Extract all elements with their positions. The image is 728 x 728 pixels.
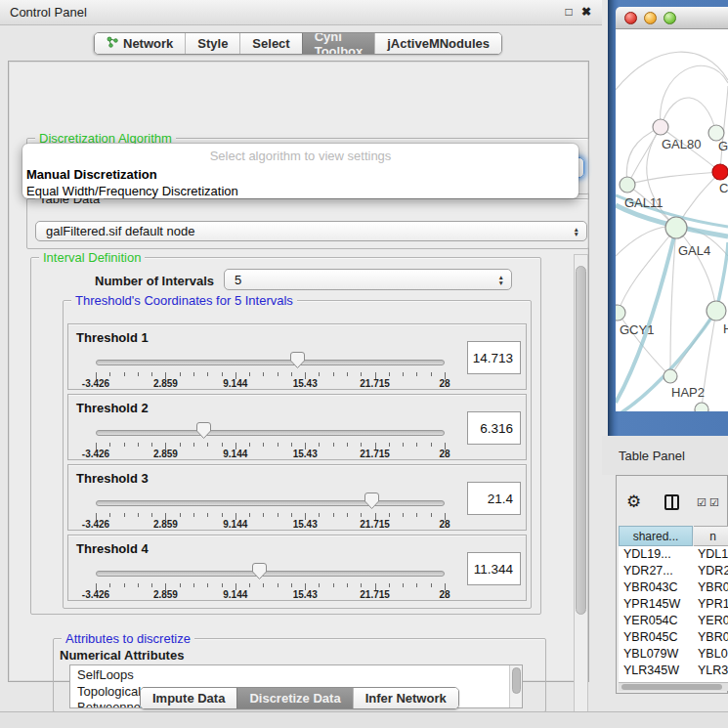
checkbox-icon[interactable]: ☑ [709,496,719,509]
tick-mark [361,443,362,447]
tab-discretize-data[interactable]: Discretize Data [236,688,352,708]
zoom-traffic-light-icon[interactable] [664,12,676,24]
table-row[interactable]: YBR045CYBR0 [619,629,728,646]
slider-thumb-icon[interactable] [196,422,211,443]
slider-track [96,571,445,577]
node-label: H [723,321,728,336]
network-node-gal11[interactable] [620,177,635,193]
close-icon[interactable]: ✖ [578,5,594,19]
tab-jactivemnodules[interactable]: jActiveMNodules [374,33,501,54]
threshold-slider[interactable] [96,563,445,582]
slider-thumb-icon[interactable] [364,492,379,513]
slider-thumb-icon[interactable] [252,563,267,583]
table-row[interactable]: YBR043CYBR0 [619,579,728,596]
dropdown-option-manual-discretization[interactable]: Manual Discretization [26,167,575,184]
cell-shared-name: YBR043C [623,579,678,596]
number-of-intervals-combo[interactable]: 5 ▲▼ [224,269,512,290]
tick-mark [319,513,320,517]
tab-select[interactable]: Select [239,33,301,54]
network-node-h[interactable] [707,301,726,321]
tab-cyni-toolbox[interactable]: Cyni Toolbox [302,33,375,54]
threshold-slider[interactable] [96,352,445,371]
tick-label: -3.426 [82,449,109,459]
tick-mark [263,513,264,517]
threshold-slider[interactable] [96,492,445,512]
tick-mark [124,443,125,447]
tick-mark [389,583,390,587]
network-icon [107,36,118,51]
bottom-status-strip [0,711,728,728]
tick-mark [249,443,250,447]
tick-mark [416,372,417,376]
network-canvas[interactable]: GAL80GCGAL11GAL4GCY1HHAP2 [616,29,728,411]
tick-label: 15.43 [293,589,318,600]
float-window-icon[interactable]: □ [561,5,577,19]
tab-infer-network[interactable]: Infer Network [353,688,458,708]
column-header-shared-name[interactable]: shared... [619,526,693,546]
slider-thumb-icon[interactable] [290,352,305,372]
threshold-label: Threshold 2 [76,401,149,415]
tab-style[interactable]: Style [185,33,239,54]
close-traffic-light-icon[interactable] [624,12,637,24]
network-node-c[interactable] [712,164,728,180]
gear-icon[interactable]: ⚙ [626,492,641,512]
table-row[interactable]: YDL19...YDL1 [619,546,728,563]
threshold-label: Threshold 1 [76,330,149,345]
column-header-name[interactable]: n [694,526,728,546]
tick-mark [347,513,348,517]
network-node-gal4[interactable] [665,217,687,238]
cyni-bottom-tabs: Impute Data Discretize Data Infer Networ… [140,687,459,709]
threshold-value-field[interactable]: 14.713 [467,341,521,374]
control-panel-titlebar: Control Panel □ ✖ [0,0,602,25]
threshold-label: Threshold 4 [76,541,149,556]
tick-mark [207,583,208,587]
column-layout-icon[interactable] [664,494,679,510]
table-panel-title: Table Panel [619,449,685,463]
slider-tick-labels: -3.4262.8599.14415.4321.71528 [96,378,445,389]
cell-name: YDL1 [698,546,728,563]
cell-shared-name: YBR045C [623,629,678,646]
tab-network[interactable]: Network [95,33,185,54]
control-panel-tabs: Network Style Select Cyni Toolbox jActiv… [94,32,502,55]
threshold-value-field[interactable]: 21.4 [467,482,521,515]
table-data-combo[interactable]: galFiltered.sif default node ▲▼ [35,221,587,241]
attributes-scrollbar-thumb[interactable] [512,667,521,694]
table-rows[interactable]: YDL19...YDL1YDR27...YDR2YBR043CYBR0YPR14… [619,546,728,682]
table-row[interactable]: YDR27...YDR2 [619,563,728,579]
table-row[interactable]: YLR345WYLR3 [619,663,728,679]
tab-style-label: Style [197,36,228,51]
threshold-value-field[interactable]: 11.344 [467,552,521,585]
attributes-scrollbar[interactable] [509,665,522,707]
tick-mark [180,583,181,587]
table-row[interactable]: YER054CYER0 [619,613,728,629]
tick-mark [180,513,181,517]
tick-mark [319,372,320,376]
threshold-slider[interactable] [96,422,445,442]
network-node-gal80[interactable] [653,119,668,135]
tick-mark [249,372,250,376]
horizontal-scrollbar[interactable] [619,682,728,691]
thresholds-group-title: Threshold's Coordinates for 5 Intervals [71,293,297,308]
tick-label: 2.859 [153,449,178,459]
list-item[interactable]: SelfLoops [77,667,506,684]
tab-impute-data[interactable]: Impute Data [141,688,236,708]
horizontal-scrollbar-thumb[interactable] [621,684,722,690]
threshold-value-field[interactable]: 6.316 [467,411,521,445]
cell-shared-name: YLR345W [623,663,679,679]
minimize-traffic-light-icon[interactable] [644,12,657,24]
checkbox-icon[interactable]: ☑ [697,496,707,509]
network-node-gcy1[interactable] [616,305,625,321]
threshold-box-1: Threshold 1-3.4262.8599.14415.4321.71528… [67,323,527,390]
tick-mark [222,372,223,376]
dropdown-option-equal-width-frequency[interactable]: Equal Width/Frequency Discretization [26,184,575,198]
network-node-hap2[interactable] [664,369,677,383]
network-node[interactable] [695,403,708,411]
table-row[interactable]: YBL079WYBL0 [619,646,728,663]
cell-name: YBR0 [698,629,728,646]
cell-shared-name: YPR145W [623,596,680,613]
vertical-scrollbar-thumb[interactable] [576,266,586,615]
table-row[interactable]: YPR145WYPR1 [619,596,728,613]
tick-mark [109,372,110,376]
table-panel-titlebar: Table Panel [602,436,728,475]
vertical-scrollbar[interactable] [574,254,588,712]
